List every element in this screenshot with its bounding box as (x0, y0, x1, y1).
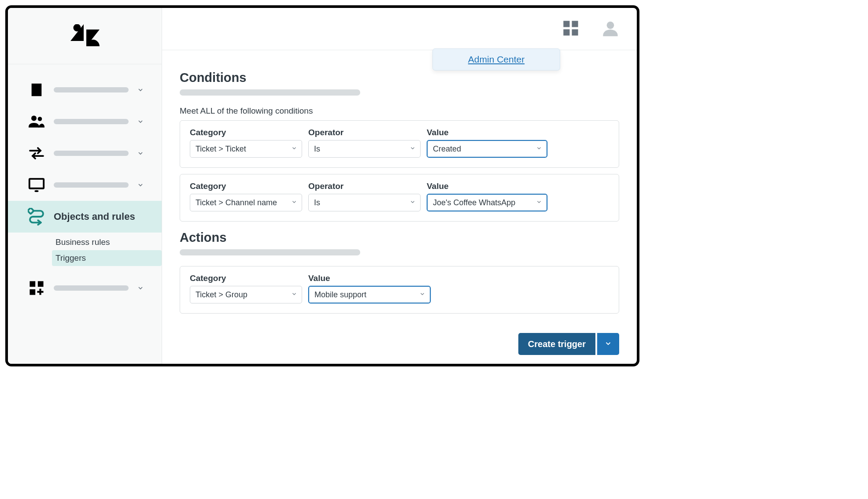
monitor-icon (27, 176, 46, 194)
chevron-down-icon (604, 340, 612, 349)
create-trigger-dropdown-button[interactable] (597, 333, 619, 355)
content: Conditions Meet ALL of the following con… (162, 50, 637, 314)
action-1-value-select[interactable]: Mobile support (308, 286, 431, 303)
action-1-category-select[interactable]: Ticket > Group (190, 286, 302, 303)
placeholder (54, 182, 129, 188)
label-operator: Operator (308, 181, 421, 191)
sidebar-item-label: Objects and rules (54, 211, 149, 222)
condition-row-2: Category Ticket > Channel name Operator … (180, 174, 619, 222)
label-category: Category (190, 128, 302, 137)
label-value: Value (308, 274, 431, 283)
sidebar-item-objects-rules[interactable]: Objects and rules (8, 201, 162, 233)
condition-1-category-select[interactable]: Ticket > Ticket (190, 140, 302, 158)
chevron-down-icon (410, 144, 416, 154)
condition-2-operator-select[interactable]: Is (308, 194, 421, 211)
label-operator: Operator (308, 128, 421, 137)
conditions-description-placeholder (180, 89, 360, 96)
condition-1-value-select[interactable]: Created (427, 140, 547, 158)
apps-grid-icon[interactable] (562, 19, 580, 39)
chevron-down-icon (536, 198, 542, 207)
svg-rect-11 (563, 21, 569, 27)
sidebar: Objects and rules Business rules Trigger… (8, 8, 162, 364)
create-trigger-button[interactable]: Create trigger (518, 333, 595, 355)
svg-point-6 (34, 190, 38, 192)
arrows-horizontal-icon (27, 144, 46, 163)
svg-rect-14 (572, 29, 578, 35)
svg-rect-9 (38, 281, 44, 287)
footer-actions: Create trigger (518, 333, 619, 355)
label-category: Category (190, 274, 302, 283)
label-value: Value (427, 181, 547, 191)
placeholder (54, 285, 129, 291)
sidebar-item-workspaces[interactable] (8, 169, 162, 201)
chevron-down-icon (291, 198, 297, 207)
condition-row-1: Category Ticket > Ticket Operator Is (180, 120, 619, 168)
sidebar-subnav: Business rules Triggers (8, 233, 162, 272)
user-icon[interactable] (602, 19, 619, 39)
svg-point-1 (31, 116, 37, 121)
svg-rect-8 (30, 281, 35, 287)
sidebar-item-channels[interactable] (8, 137, 162, 169)
admin-center-popover: Admin Center (432, 48, 560, 70)
apps-add-icon (27, 279, 46, 297)
main: Admin Center Conditions Meet ALL of the … (162, 8, 637, 364)
app-frame: Objects and rules Business rules Trigger… (5, 5, 639, 366)
chevron-down-icon (419, 290, 425, 299)
chevron-down-icon (291, 144, 297, 154)
subnav-triggers[interactable]: Triggers (52, 250, 162, 266)
placeholder (54, 119, 129, 124)
chevron-down-icon (137, 86, 144, 94)
sidebar-item-people[interactable] (8, 106, 162, 137)
svg-rect-12 (572, 21, 578, 27)
chevron-down-icon (291, 290, 297, 299)
zendesk-logo-icon (70, 24, 100, 48)
chevron-down-icon (137, 118, 144, 126)
chevron-down-icon (137, 284, 144, 292)
chevron-down-icon (137, 149, 144, 157)
condition-1-operator-select[interactable]: Is (308, 140, 421, 158)
sidebar-nav: Objects and rules Business rules Trigger… (8, 64, 162, 304)
sidebar-item-company[interactable] (8, 74, 162, 106)
logo (8, 8, 162, 64)
svg-point-2 (38, 117, 42, 121)
svg-rect-10 (30, 289, 35, 295)
people-icon (27, 112, 46, 131)
svg-point-15 (607, 22, 614, 29)
label-value: Value (427, 128, 547, 137)
conditions-all-label: Meet ALL of the following conditions (180, 106, 619, 116)
chevron-down-icon (410, 198, 416, 207)
building-icon (27, 81, 46, 99)
actions-description-placeholder (180, 249, 360, 255)
subnav-business-rules[interactable]: Business rules (52, 234, 162, 250)
svg-rect-5 (30, 179, 44, 189)
placeholder (54, 151, 129, 156)
action-row-1: Category Ticket > Group Value Mobile sup… (180, 266, 619, 314)
chevron-down-icon (536, 144, 542, 154)
conditions-title: Conditions (180, 70, 619, 85)
workflow-icon (27, 207, 46, 226)
placeholder (54, 87, 129, 92)
svg-point-0 (73, 24, 81, 32)
chevron-down-icon (137, 181, 144, 189)
svg-rect-13 (563, 29, 569, 35)
topbar (162, 8, 637, 50)
admin-center-link[interactable]: Admin Center (468, 54, 524, 64)
label-category: Category (190, 181, 302, 191)
condition-2-category-select[interactable]: Ticket > Channel name (190, 194, 302, 211)
actions-title: Actions (180, 230, 619, 245)
sidebar-item-apps[interactable] (8, 272, 162, 304)
condition-2-value-select[interactable]: Joe's Coffee WhatsApp (427, 194, 547, 211)
